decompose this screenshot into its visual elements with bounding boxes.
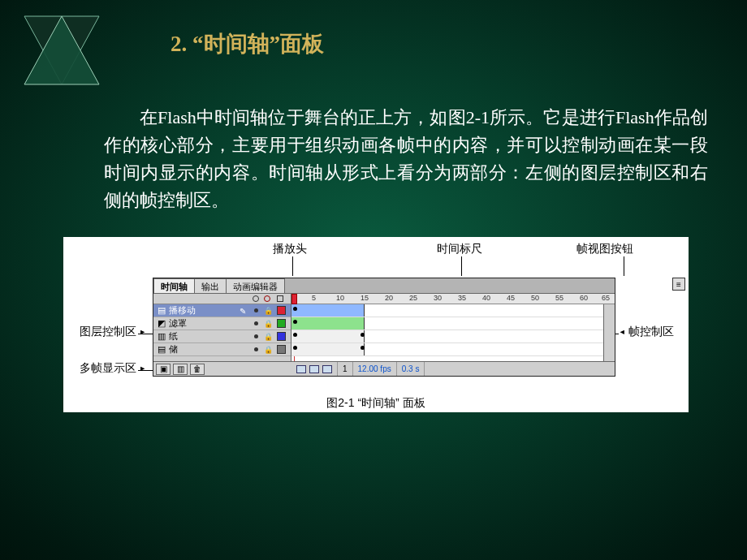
delete-layer-button[interactable]: 🗑 — [190, 364, 205, 375]
frame-row[interactable] — [291, 304, 615, 317]
panel-tabs: 时间轴 输出 动画编辑器 — [153, 278, 284, 293]
visibility-dot[interactable] — [254, 347, 258, 351]
visibility-column-icon[interactable] — [253, 295, 259, 302]
color-swatch[interactable] — [277, 306, 286, 315]
playhead[interactable] — [291, 294, 297, 304]
lock-column-icon[interactable] — [264, 295, 270, 302]
label-ruler: 时间标尺 — [437, 242, 482, 256]
layer-row[interactable]: ◩ 滤罩 🔒 — [153, 317, 291, 330]
layer-row[interactable]: ▥ 纸 🔒 — [153, 330, 291, 343]
new-layer-button[interactable]: ▣ — [156, 364, 171, 375]
visibility-dot[interactable] — [254, 321, 258, 325]
frame-row[interactable] — [291, 330, 615, 343]
label-onion-skin: 多帧显示区 ▸ — [63, 361, 146, 376]
label-frame-view-button: 帧视图按钮 — [576, 242, 633, 256]
frame-row[interactable] — [291, 317, 615, 330]
onion-skin-outline-icon — [309, 365, 319, 373]
heading: 2. “时间轴”面板 — [171, 29, 324, 58]
color-swatch[interactable] — [277, 332, 286, 341]
pencil-icon: ✎ — [240, 307, 246, 316]
tab-motion-editor[interactable]: 动画编辑器 — [226, 278, 285, 293]
lock-icon[interactable]: 🔒 — [264, 333, 273, 341]
mask-layer-icon: ◩ — [157, 319, 166, 329]
frame-control-area: 5 10 15 20 25 30 35 40 45 50 55 60 65 — [291, 294, 615, 361]
frame-view-menu: ≡ — [624, 278, 689, 291]
frame-row[interactable] — [291, 343, 615, 356]
layer-icon: ▤ — [157, 306, 166, 316]
layer-row[interactable]: ▤ 播移动 ✎ 🔒 — [153, 304, 291, 317]
leader-line — [461, 256, 462, 276]
visibility-dot[interactable] — [254, 334, 258, 338]
lock-icon[interactable]: 🔒 — [264, 346, 273, 354]
layer-name: 纸 — [169, 330, 226, 342]
lock-icon[interactable]: 🔒 — [264, 307, 273, 315]
label-frame-area: ◂ 帧控制区 — [619, 325, 689, 339]
tab-output[interactable]: 输出 — [194, 278, 227, 293]
onion-skin-controls[interactable] — [291, 362, 338, 376]
layer-name: 滤罩 — [169, 317, 226, 330]
layer-row[interactable]: ▤ 储 🔒 — [153, 343, 291, 356]
label-playhead: 播放头 — [273, 242, 307, 256]
leader-line — [292, 256, 293, 276]
layer-icon: ▤ — [157, 345, 166, 355]
layer-header — [153, 294, 291, 304]
fps-readout: 12.00 fps — [353, 362, 397, 376]
lock-icon[interactable]: 🔒 — [264, 320, 273, 328]
slide-bullet-icon — [19, 11, 104, 89]
paragraph: 在Flash中时间轴位于舞台的正上方，如图2-1所示。它是进行Flash作品创作… — [104, 104, 708, 214]
tab-timeline[interactable]: 时间轴 — [153, 278, 195, 293]
elapsed-time: 0.3 s — [397, 362, 425, 376]
color-swatch[interactable] — [277, 319, 286, 328]
edit-multiple-frames-icon — [322, 365, 332, 373]
frame-view-button[interactable]: ≡ — [672, 278, 685, 291]
layer-toolbar: ▣ ▥ 🗑 — [153, 361, 291, 376]
figure: 播放头 时间标尺 帧视图按钮 图层控制区 ▸ 多帧显示区 ▸ ◂ 帧控制区 时间… — [63, 237, 689, 412]
timeline-panel: 时间轴 输出 动画编辑器 ▤ 播移动 ✎ 🔒 — [153, 278, 615, 377]
time-ruler[interactable]: 5 10 15 20 25 30 35 40 45 50 55 60 65 — [291, 294, 615, 304]
new-folder-button[interactable]: ▥ — [173, 364, 188, 375]
color-swatch[interactable] — [277, 345, 286, 354]
layer-control-area: ▤ 播移动 ✎ 🔒 ◩ 滤罩 🔒 ▥ 纸 — [153, 294, 291, 361]
layer-name: 储 — [169, 343, 226, 355]
layer-name: 播移动 — [169, 304, 226, 317]
annotations-top: 播放头 时间标尺 帧视图按钮 — [63, 237, 689, 279]
masked-layer-icon: ▥ — [157, 332, 166, 342]
onion-skin-icon — [296, 365, 306, 373]
figure-caption: 图2-1 “时间轴” 面板 — [63, 396, 689, 411]
timeline-status-bar: 1 12.00 fps 0.3 s — [291, 361, 615, 376]
timeline-scrollbar[interactable] — [603, 304, 615, 361]
visibility-dot[interactable] — [254, 308, 258, 312]
current-frame: 1 — [338, 362, 353, 376]
outline-column-icon[interactable] — [277, 295, 283, 302]
leader-line — [624, 256, 624, 276]
label-layer-area: 图层控制区 ▸ — [63, 325, 146, 339]
